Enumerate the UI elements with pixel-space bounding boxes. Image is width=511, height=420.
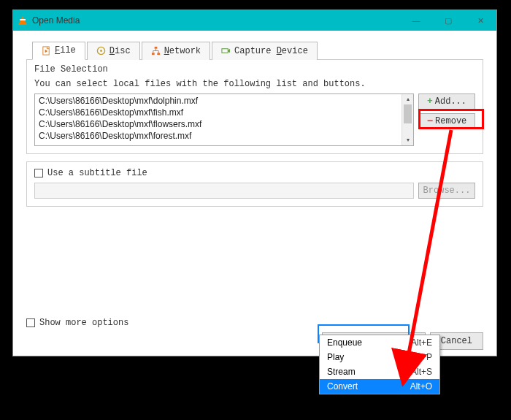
browse-button[interactable]: Browse... xyxy=(418,183,475,199)
file-list-item[interactable]: C:\Users\86166\Desktop\mxf\flowsers.mxf xyxy=(35,118,413,130)
add-button[interactable]: + Add... xyxy=(418,93,475,110)
menu-item-convert[interactable]: Convert Alt+O xyxy=(320,379,439,394)
open-media-window: Open Media — ▢ ✕ File Disc xyxy=(12,9,497,356)
show-more-checkbox[interactable] xyxy=(26,318,35,327)
tab-disc[interactable]: Disc xyxy=(87,42,140,60)
menu-item-label: Stream xyxy=(327,367,411,377)
tab-capture[interactable]: Capture Device xyxy=(212,42,318,60)
file-list-item[interactable]: C:\Users\86166\Desktop\mxf\dolphin.mxf xyxy=(35,95,413,107)
menu-item-label: Play xyxy=(327,352,411,362)
file-selection-fieldset: File Selection You can select local file… xyxy=(26,59,483,154)
menu-item-stream[interactable]: Stream Alt+S xyxy=(320,364,439,379)
svg-point-3 xyxy=(100,50,102,52)
file-list-item[interactable]: C:\Users\86166\Desktop\mxf\forest.mxf xyxy=(35,130,413,142)
menu-item-shortcut: Alt+E xyxy=(411,337,432,348)
menu-item-shortcut: Alt+S xyxy=(411,367,432,377)
subtitle-fieldset: Use a subtitle file Browse... xyxy=(26,161,483,207)
file-selection-hint: You can select local files with the foll… xyxy=(34,79,475,89)
network-icon xyxy=(151,46,161,56)
svg-rect-7 xyxy=(222,49,228,53)
remove-button[interactable]: − Remove xyxy=(418,113,475,129)
file-selection-legend: File Selection xyxy=(34,64,475,75)
close-button[interactable]: ✕ xyxy=(464,10,496,31)
titlebar: Open Media — ▢ ✕ xyxy=(13,10,496,31)
file-icon xyxy=(42,46,51,56)
file-buttons: + Add... − Remove xyxy=(418,93,475,146)
tab-capture-label: Capture Device xyxy=(234,46,308,56)
tab-network-label: Network xyxy=(164,46,201,56)
menu-item-label: Convert xyxy=(327,381,410,392)
titlebar-buttons: — ▢ ✕ xyxy=(400,10,496,31)
window-title: Open Media xyxy=(32,15,80,26)
tab-file[interactable]: File xyxy=(32,42,85,60)
subtitle-check-label: Use a subtitle file xyxy=(47,168,147,178)
tab-file-label: File xyxy=(55,45,76,56)
client-area: File Disc Network Capture Device xyxy=(13,31,496,356)
file-list-item[interactable]: C:\Users\86166\Desktop\mxf\fish.mxf xyxy=(35,107,413,118)
file-list-scrollbar[interactable]: ▴ ▾ xyxy=(402,94,413,145)
scroll-down-icon[interactable]: ▾ xyxy=(402,135,413,145)
maximize-button[interactable]: ▢ xyxy=(432,10,464,31)
add-button-label: Add... xyxy=(435,96,466,107)
scroll-thumb[interactable] xyxy=(404,104,412,123)
minimize-button[interactable]: — xyxy=(400,10,432,31)
menu-item-play[interactable]: Play Alt+P xyxy=(320,350,439,364)
svg-marker-1 xyxy=(45,49,48,53)
scroll-up-icon[interactable]: ▴ xyxy=(402,94,413,104)
capture-icon xyxy=(221,46,231,56)
svg-rect-5 xyxy=(152,53,155,55)
vlc-cone-icon xyxy=(18,15,28,26)
svg-rect-6 xyxy=(157,53,160,55)
subtitle-path-input[interactable] xyxy=(34,183,414,199)
svg-rect-4 xyxy=(154,47,157,49)
menu-item-enqueue[interactable]: Enqueue Alt+E xyxy=(320,335,439,350)
show-more-row: Show more options xyxy=(26,318,483,328)
menu-item-label: Enqueue xyxy=(327,337,411,348)
convert-save-menu: Enqueue Alt+E Play Alt+P Stream Alt+S Co… xyxy=(319,335,440,394)
subtitle-checkbox[interactable] xyxy=(34,169,43,177)
plus-icon: + xyxy=(427,97,433,106)
tab-network[interactable]: Network xyxy=(142,42,210,60)
tabstrip: File Disc Network Capture Device xyxy=(32,41,483,60)
disc-icon xyxy=(96,46,106,56)
tab-disc-label: Disc xyxy=(110,46,131,56)
menu-item-shortcut: Alt+O xyxy=(410,381,432,392)
file-list[interactable]: C:\Users\86166\Desktop\mxf\dolphin.mxf C… xyxy=(34,93,414,146)
show-more-label: Show more options xyxy=(39,318,128,328)
minus-icon: − xyxy=(427,117,433,126)
menu-item-shortcut: Alt+P xyxy=(411,352,432,362)
remove-button-label: Remove xyxy=(435,116,466,126)
